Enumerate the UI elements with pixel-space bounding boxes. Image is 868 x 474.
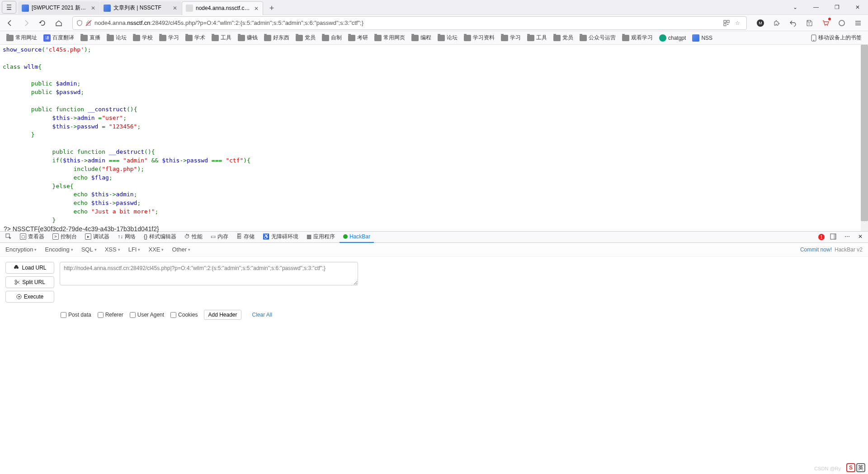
bookmark-item[interactable]: 直播	[78, 32, 103, 43]
tab-close-icon[interactable]: ✕	[171, 5, 179, 12]
tab-close-icon[interactable]: ✕	[253, 5, 260, 12]
hackbar-sql-menu[interactable]: SQL	[81, 246, 97, 253]
ext-undo-icon[interactable]	[787, 17, 799, 29]
hackbar-encryption-menu[interactable]: Encryption	[5, 246, 37, 253]
add-header-button[interactable]: Add Header	[204, 310, 241, 320]
split-url-button[interactable]: Split URL	[5, 276, 54, 288]
postdata-checkbox[interactable]: Post data	[61, 312, 91, 318]
folder-icon	[159, 35, 166, 41]
bookmark-item[interactable]: 编程	[409, 32, 434, 43]
tab-2[interactable]: 文章列表 | NSSCTF ✕	[100, 1, 181, 15]
tab-label: node4.anna.nssctf.cn:28492/cl45	[196, 5, 250, 11]
close-icon[interactable]: ✕	[847, 0, 868, 14]
hackbar-url-input[interactable]	[60, 262, 358, 285]
svg-rect-15	[834, 234, 836, 239]
tab-3[interactable]: node4.anna.nssctf.cn:28492/cl45 ✕	[182, 1, 263, 15]
hackbar-commit-link[interactable]: Commit now!	[800, 246, 832, 253]
hackbar-lfi-menu[interactable]: LFI	[128, 246, 141, 253]
bookmark-item[interactable]: 常用网页	[372, 32, 408, 43]
bookmark-star-icon[interactable]: ☆	[735, 20, 740, 26]
svg-point-8	[825, 25, 826, 26]
bookmark-item[interactable]: 党员	[551, 32, 576, 43]
ext-circle-icon[interactable]	[835, 17, 848, 29]
bookmark-item[interactable]: 译百度翻译	[41, 32, 77, 43]
bookmark-item[interactable]: 学校	[130, 32, 156, 43]
folder-icon	[185, 35, 193, 41]
svg-point-10	[839, 20, 844, 26]
tab-strip: [SWPUCTF 2021 新生赛]ez_u ✕ 文章列表 | NSSCTF ✕…	[18, 0, 785, 15]
favicon-icon	[186, 5, 193, 12]
forward-button[interactable]	[20, 17, 33, 29]
nav-toolbar: node4.anna.nssctf.cn:28492/cl45s.php/?p=…	[0, 15, 868, 31]
svg-rect-3	[727, 20, 729, 23]
bookmark-item[interactable]: 学习资料	[461, 32, 497, 43]
bookmark-item[interactable]: 学习	[156, 32, 182, 43]
bookmark-item[interactable]: 观看学习	[619, 32, 656, 43]
folder-icon	[348, 35, 355, 41]
tab-1[interactable]: [SWPUCTF 2021 新生赛]ez_u ✕	[18, 1, 99, 15]
folder-icon	[438, 35, 445, 41]
tab-list-button[interactable]	[2, 1, 16, 14]
folder-icon	[501, 35, 508, 41]
error-count-badge[interactable]: 1	[818, 234, 825, 240]
app-menu-button[interactable]	[852, 17, 864, 29]
bookmark-item[interactable]: 党员	[293, 32, 318, 43]
hackbar-xss-menu[interactable]: XSS	[105, 246, 120, 253]
folder-icon	[464, 35, 471, 41]
ext-save-icon[interactable]	[803, 17, 816, 29]
maximize-icon[interactable]: ❐	[826, 0, 847, 14]
home-button[interactable]	[52, 17, 65, 29]
folder-icon	[238, 35, 245, 41]
chevron-down-icon[interactable]: ⌄	[785, 0, 806, 14]
bookmark-item[interactable]: 论坛	[435, 32, 460, 43]
mobile-bookmarks-button[interactable]: 移动设备上的书签	[808, 32, 864, 43]
ext-icon-1[interactable]: M	[754, 17, 767, 29]
minimize-icon[interactable]: —	[806, 0, 826, 14]
styles-icon: {}	[144, 233, 147, 240]
bookmark-item[interactable]: 考研	[345, 32, 371, 43]
svg-point-12	[813, 40, 814, 41]
execute-button[interactable]: Execute	[5, 291, 54, 303]
svg-point-16	[15, 280, 17, 282]
tab-close-icon[interactable]: ✕	[90, 5, 97, 12]
back-button[interactable]	[4, 17, 16, 29]
hackbar-xxe-menu[interactable]: XXE	[148, 246, 164, 253]
bookmark-item[interactable]: NSS	[689, 33, 715, 43]
folder-icon	[527, 35, 534, 41]
svg-rect-2	[724, 20, 726, 23]
bookmark-item[interactable]: 学习	[498, 32, 524, 43]
console-icon: >	[52, 233, 59, 240]
hackbar-encoding-menu[interactable]: Encoding	[45, 246, 73, 253]
bookmark-item[interactable]: 论坛	[104, 32, 129, 43]
new-tab-button[interactable]: +	[265, 2, 278, 15]
php-source-code: show_source('cl45s.php'); class wllm{ pu…	[0, 45, 868, 223]
load-url-button[interactable]: Load URL	[5, 262, 54, 274]
hackbar-other-menu[interactable]: Other	[172, 246, 190, 253]
bookmark-item[interactable]: 常用网址	[4, 32, 40, 43]
cookies-checkbox[interactable]: Cookies	[170, 312, 198, 318]
bookmark-item[interactable]: 工具	[524, 32, 550, 43]
bookmark-item[interactable]: 好东西	[261, 32, 292, 43]
folder-icon	[80, 35, 88, 41]
bookmark-item[interactable]: chatgpt	[656, 33, 689, 43]
hackbar-version: HackBar v2	[835, 246, 863, 253]
referer-checkbox[interactable]: Referer	[98, 312, 123, 318]
mobile-icon	[811, 34, 816, 42]
bookmark-item[interactable]: 自制	[319, 32, 344, 43]
qr-icon[interactable]	[723, 20, 730, 26]
lock-icon	[85, 20, 92, 26]
ext-cart-icon[interactable]	[819, 17, 832, 29]
address-bar[interactable]: node4.anna.nssctf.cn:28492/cl45s.php/?p=…	[72, 16, 747, 30]
bookmark-item[interactable]: 赚钱	[235, 32, 260, 43]
bookmark-item[interactable]: 公众号运营	[577, 32, 618, 43]
reload-button[interactable]	[36, 17, 49, 29]
bookmark-item[interactable]: 学术	[183, 32, 208, 43]
tab-label: 文章列表 | NSSCTF	[113, 4, 161, 12]
scrollbar-thumb[interactable]	[861, 45, 868, 221]
bookmark-item[interactable]: 工具	[209, 32, 234, 43]
useragent-checkbox[interactable]: User Agent	[130, 312, 164, 318]
site-icon	[659, 34, 666, 42]
clear-all-link[interactable]: Clear All	[252, 312, 273, 318]
ext-puzzle-icon[interactable]	[770, 17, 783, 29]
apps-icon: ▦	[307, 233, 311, 240]
